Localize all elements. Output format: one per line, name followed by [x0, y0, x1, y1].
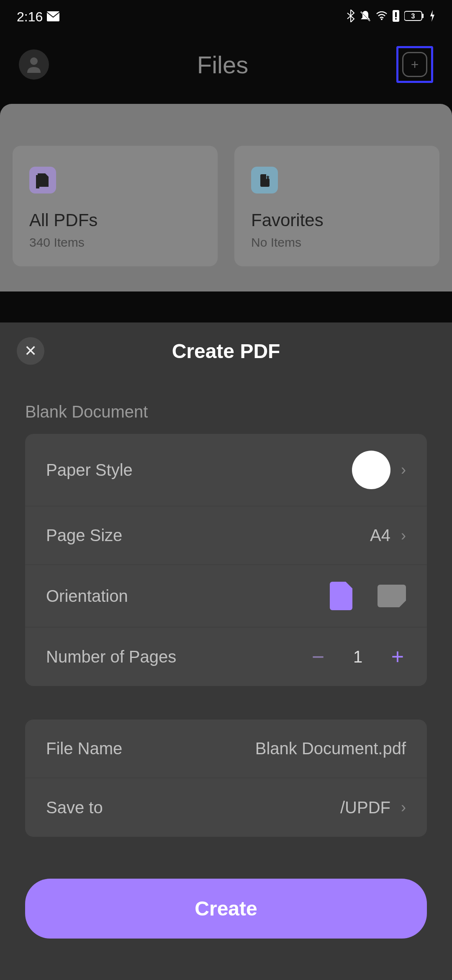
save-to-row[interactable]: Save to /UPDF ›: [25, 778, 427, 837]
pdf-folder-icon: [29, 167, 56, 193]
setting-label: Save to: [46, 798, 103, 817]
file-name-row[interactable]: File Name Blank Document.pdf: [25, 720, 427, 778]
pages-value: 1: [352, 647, 364, 666]
page-title: Files: [197, 51, 248, 79]
add-button[interactable]: +: [396, 46, 433, 83]
bluetooth-icon: [347, 10, 355, 24]
setting-label: Paper Style: [46, 461, 133, 480]
svg-point-6: [395, 18, 397, 20]
settings-group-file: File Name Blank Document.pdf Save to /UP…: [25, 720, 427, 837]
settings-group-document: Paper Style › Page Size A4 › Orientation…: [25, 434, 427, 686]
avatar-icon: [25, 54, 43, 75]
status-left: 2:16: [17, 9, 59, 25]
notification-muted-icon: [360, 10, 371, 23]
orientation-landscape-button[interactable]: [378, 585, 406, 607]
save-to-value: /UPDF: [340, 798, 390, 817]
folder-title: Favorites: [251, 210, 423, 230]
paper-style-preview: [352, 451, 390, 489]
folder-subtitle: No Items: [251, 235, 423, 250]
create-button[interactable]: Create: [25, 879, 427, 939]
status-bar: 2:16 3: [0, 0, 452, 34]
setting-label: Orientation: [46, 587, 128, 606]
folder-card-all-pdfs[interactable]: All PDFs 340 Items: [13, 146, 218, 266]
section-label: Blank Document: [0, 382, 452, 434]
setting-label: Page Size: [46, 526, 122, 545]
charging-icon: [429, 10, 435, 23]
orientation-row: Orientation: [25, 565, 427, 627]
plus-icon: +: [402, 52, 427, 77]
warning-icon: [393, 10, 399, 23]
svg-rect-8: [422, 14, 424, 18]
avatar-button[interactable]: [19, 49, 49, 80]
folder-subtitle: 340 Items: [29, 235, 201, 250]
folder-title: All PDFs: [29, 210, 201, 230]
page-size-value: A4: [370, 526, 390, 545]
modal-header: ✕ Create PDF: [0, 337, 452, 382]
chevron-right-icon: ›: [401, 799, 406, 816]
status-right: 3: [347, 10, 435, 24]
pages-stepper: − 1 +: [310, 644, 406, 669]
file-name-value: Blank Document.pdf: [255, 739, 406, 758]
svg-point-10: [30, 57, 38, 65]
folder-grid: All PDFs 340 Items Favorites No Items: [0, 104, 452, 291]
decrement-button[interactable]: −: [310, 644, 326, 669]
wifi-icon: [376, 11, 388, 22]
create-pdf-modal: ✕ Create PDF Blank Document Paper Style …: [0, 322, 452, 980]
mail-icon: [47, 9, 59, 25]
folder-card-favorites[interactable]: Favorites No Items: [234, 146, 439, 266]
chevron-right-icon: ›: [401, 461, 406, 479]
pages-row: Number of Pages − 1 +: [25, 627, 427, 686]
status-time: 2:16: [17, 9, 43, 25]
orientation-portrait-button[interactable]: [330, 582, 352, 610]
paper-style-row[interactable]: Paper Style ›: [25, 434, 427, 506]
page-size-row[interactable]: Page Size A4 ›: [25, 506, 427, 565]
favorites-folder-icon: [251, 167, 278, 193]
svg-rect-0: [47, 11, 59, 21]
chevron-right-icon: ›: [401, 527, 406, 544]
svg-text:3: 3: [411, 13, 415, 20]
setting-label: Number of Pages: [46, 647, 176, 666]
svg-rect-5: [395, 12, 397, 17]
battery-icon: 3: [404, 10, 424, 23]
svg-point-3: [381, 18, 383, 20]
increment-button[interactable]: +: [389, 644, 406, 669]
modal-title: Create PDF: [17, 340, 435, 363]
app-header: Files +: [0, 34, 452, 104]
setting-label: File Name: [46, 739, 122, 758]
